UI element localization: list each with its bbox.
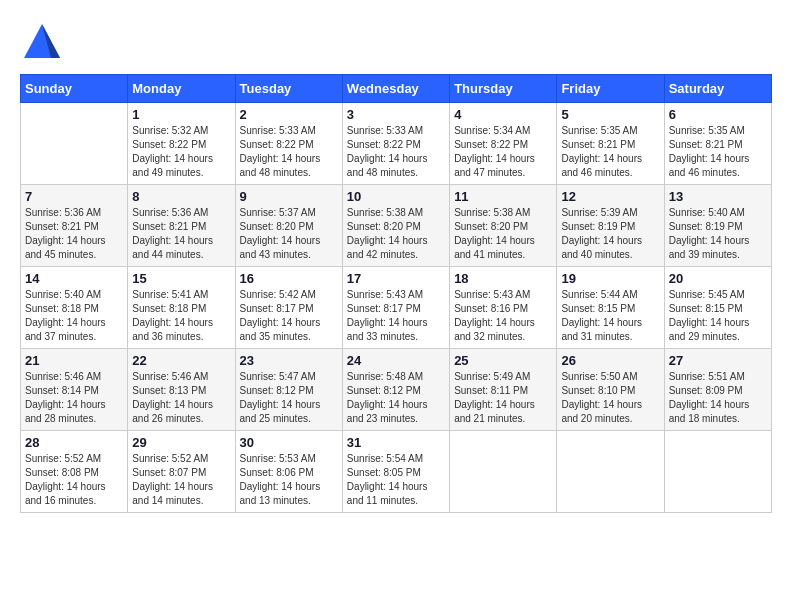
calendar-cell: 19Sunrise: 5:44 AM Sunset: 8:15 PM Dayli… bbox=[557, 267, 664, 349]
calendar-cell: 31Sunrise: 5:54 AM Sunset: 8:05 PM Dayli… bbox=[342, 431, 449, 513]
calendar-week-row: 28Sunrise: 5:52 AM Sunset: 8:08 PM Dayli… bbox=[21, 431, 772, 513]
calendar-week-row: 14Sunrise: 5:40 AM Sunset: 8:18 PM Dayli… bbox=[21, 267, 772, 349]
day-info: Sunrise: 5:42 AM Sunset: 8:17 PM Dayligh… bbox=[240, 288, 338, 344]
day-info: Sunrise: 5:40 AM Sunset: 8:18 PM Dayligh… bbox=[25, 288, 123, 344]
day-info: Sunrise: 5:36 AM Sunset: 8:21 PM Dayligh… bbox=[25, 206, 123, 262]
day-number: 19 bbox=[561, 271, 659, 286]
day-number: 6 bbox=[669, 107, 767, 122]
day-info: Sunrise: 5:54 AM Sunset: 8:05 PM Dayligh… bbox=[347, 452, 445, 508]
day-number: 13 bbox=[669, 189, 767, 204]
day-header-tuesday: Tuesday bbox=[235, 75, 342, 103]
calendar-cell: 6Sunrise: 5:35 AM Sunset: 8:21 PM Daylig… bbox=[664, 103, 771, 185]
calendar-cell: 11Sunrise: 5:38 AM Sunset: 8:20 PM Dayli… bbox=[450, 185, 557, 267]
day-number: 29 bbox=[132, 435, 230, 450]
calendar-cell: 14Sunrise: 5:40 AM Sunset: 8:18 PM Dayli… bbox=[21, 267, 128, 349]
day-info: Sunrise: 5:38 AM Sunset: 8:20 PM Dayligh… bbox=[454, 206, 552, 262]
day-info: Sunrise: 5:37 AM Sunset: 8:20 PM Dayligh… bbox=[240, 206, 338, 262]
calendar-cell: 21Sunrise: 5:46 AM Sunset: 8:14 PM Dayli… bbox=[21, 349, 128, 431]
logo-icon bbox=[20, 20, 64, 64]
day-info: Sunrise: 5:46 AM Sunset: 8:13 PM Dayligh… bbox=[132, 370, 230, 426]
day-number: 24 bbox=[347, 353, 445, 368]
calendar-cell: 30Sunrise: 5:53 AM Sunset: 8:06 PM Dayli… bbox=[235, 431, 342, 513]
day-number: 2 bbox=[240, 107, 338, 122]
day-number: 21 bbox=[25, 353, 123, 368]
logo bbox=[20, 20, 64, 64]
day-info: Sunrise: 5:39 AM Sunset: 8:19 PM Dayligh… bbox=[561, 206, 659, 262]
day-info: Sunrise: 5:53 AM Sunset: 8:06 PM Dayligh… bbox=[240, 452, 338, 508]
calendar-header-row: SundayMondayTuesdayWednesdayThursdayFrid… bbox=[21, 75, 772, 103]
calendar-week-row: 21Sunrise: 5:46 AM Sunset: 8:14 PM Dayli… bbox=[21, 349, 772, 431]
day-info: Sunrise: 5:49 AM Sunset: 8:11 PM Dayligh… bbox=[454, 370, 552, 426]
calendar-cell: 10Sunrise: 5:38 AM Sunset: 8:20 PM Dayli… bbox=[342, 185, 449, 267]
day-number: 26 bbox=[561, 353, 659, 368]
day-info: Sunrise: 5:36 AM Sunset: 8:21 PM Dayligh… bbox=[132, 206, 230, 262]
calendar-cell: 25Sunrise: 5:49 AM Sunset: 8:11 PM Dayli… bbox=[450, 349, 557, 431]
calendar-week-row: 7Sunrise: 5:36 AM Sunset: 8:21 PM Daylig… bbox=[21, 185, 772, 267]
day-info: Sunrise: 5:33 AM Sunset: 8:22 PM Dayligh… bbox=[347, 124, 445, 180]
day-number: 31 bbox=[347, 435, 445, 450]
day-info: Sunrise: 5:35 AM Sunset: 8:21 PM Dayligh… bbox=[669, 124, 767, 180]
calendar-cell: 15Sunrise: 5:41 AM Sunset: 8:18 PM Dayli… bbox=[128, 267, 235, 349]
day-info: Sunrise: 5:50 AM Sunset: 8:10 PM Dayligh… bbox=[561, 370, 659, 426]
day-number: 11 bbox=[454, 189, 552, 204]
day-info: Sunrise: 5:51 AM Sunset: 8:09 PM Dayligh… bbox=[669, 370, 767, 426]
day-info: Sunrise: 5:35 AM Sunset: 8:21 PM Dayligh… bbox=[561, 124, 659, 180]
day-header-sunday: Sunday bbox=[21, 75, 128, 103]
day-info: Sunrise: 5:32 AM Sunset: 8:22 PM Dayligh… bbox=[132, 124, 230, 180]
day-info: Sunrise: 5:33 AM Sunset: 8:22 PM Dayligh… bbox=[240, 124, 338, 180]
calendar-cell: 12Sunrise: 5:39 AM Sunset: 8:19 PM Dayli… bbox=[557, 185, 664, 267]
day-info: Sunrise: 5:47 AM Sunset: 8:12 PM Dayligh… bbox=[240, 370, 338, 426]
calendar-cell: 26Sunrise: 5:50 AM Sunset: 8:10 PM Dayli… bbox=[557, 349, 664, 431]
day-info: Sunrise: 5:41 AM Sunset: 8:18 PM Dayligh… bbox=[132, 288, 230, 344]
calendar-cell bbox=[557, 431, 664, 513]
calendar-cell: 13Sunrise: 5:40 AM Sunset: 8:19 PM Dayli… bbox=[664, 185, 771, 267]
calendar-cell bbox=[21, 103, 128, 185]
day-header-monday: Monday bbox=[128, 75, 235, 103]
day-info: Sunrise: 5:46 AM Sunset: 8:14 PM Dayligh… bbox=[25, 370, 123, 426]
day-number: 22 bbox=[132, 353, 230, 368]
day-number: 17 bbox=[347, 271, 445, 286]
day-number: 16 bbox=[240, 271, 338, 286]
calendar-table: SundayMondayTuesdayWednesdayThursdayFrid… bbox=[20, 74, 772, 513]
day-header-wednesday: Wednesday bbox=[342, 75, 449, 103]
day-info: Sunrise: 5:43 AM Sunset: 8:16 PM Dayligh… bbox=[454, 288, 552, 344]
day-info: Sunrise: 5:48 AM Sunset: 8:12 PM Dayligh… bbox=[347, 370, 445, 426]
day-number: 5 bbox=[561, 107, 659, 122]
day-number: 12 bbox=[561, 189, 659, 204]
calendar-cell: 9Sunrise: 5:37 AM Sunset: 8:20 PM Daylig… bbox=[235, 185, 342, 267]
day-number: 20 bbox=[669, 271, 767, 286]
day-info: Sunrise: 5:43 AM Sunset: 8:17 PM Dayligh… bbox=[347, 288, 445, 344]
day-header-saturday: Saturday bbox=[664, 75, 771, 103]
calendar-cell: 20Sunrise: 5:45 AM Sunset: 8:15 PM Dayli… bbox=[664, 267, 771, 349]
day-number: 14 bbox=[25, 271, 123, 286]
day-number: 28 bbox=[25, 435, 123, 450]
day-number: 18 bbox=[454, 271, 552, 286]
calendar-cell: 29Sunrise: 5:52 AM Sunset: 8:07 PM Dayli… bbox=[128, 431, 235, 513]
calendar-cell bbox=[664, 431, 771, 513]
day-number: 15 bbox=[132, 271, 230, 286]
day-number: 27 bbox=[669, 353, 767, 368]
day-header-thursday: Thursday bbox=[450, 75, 557, 103]
calendar-cell bbox=[450, 431, 557, 513]
day-info: Sunrise: 5:38 AM Sunset: 8:20 PM Dayligh… bbox=[347, 206, 445, 262]
day-number: 30 bbox=[240, 435, 338, 450]
calendar-cell: 28Sunrise: 5:52 AM Sunset: 8:08 PM Dayli… bbox=[21, 431, 128, 513]
calendar-cell: 23Sunrise: 5:47 AM Sunset: 8:12 PM Dayli… bbox=[235, 349, 342, 431]
day-info: Sunrise: 5:52 AM Sunset: 8:07 PM Dayligh… bbox=[132, 452, 230, 508]
calendar-cell: 7Sunrise: 5:36 AM Sunset: 8:21 PM Daylig… bbox=[21, 185, 128, 267]
calendar-cell: 17Sunrise: 5:43 AM Sunset: 8:17 PM Dayli… bbox=[342, 267, 449, 349]
day-number: 23 bbox=[240, 353, 338, 368]
calendar-cell: 3Sunrise: 5:33 AM Sunset: 8:22 PM Daylig… bbox=[342, 103, 449, 185]
calendar-cell: 16Sunrise: 5:42 AM Sunset: 8:17 PM Dayli… bbox=[235, 267, 342, 349]
calendar-cell: 5Sunrise: 5:35 AM Sunset: 8:21 PM Daylig… bbox=[557, 103, 664, 185]
calendar-cell: 2Sunrise: 5:33 AM Sunset: 8:22 PM Daylig… bbox=[235, 103, 342, 185]
calendar-cell: 22Sunrise: 5:46 AM Sunset: 8:13 PM Dayli… bbox=[128, 349, 235, 431]
day-info: Sunrise: 5:44 AM Sunset: 8:15 PM Dayligh… bbox=[561, 288, 659, 344]
day-number: 8 bbox=[132, 189, 230, 204]
day-number: 1 bbox=[132, 107, 230, 122]
calendar-cell: 8Sunrise: 5:36 AM Sunset: 8:21 PM Daylig… bbox=[128, 185, 235, 267]
day-info: Sunrise: 5:45 AM Sunset: 8:15 PM Dayligh… bbox=[669, 288, 767, 344]
calendar-cell: 1Sunrise: 5:32 AM Sunset: 8:22 PM Daylig… bbox=[128, 103, 235, 185]
day-number: 9 bbox=[240, 189, 338, 204]
day-info: Sunrise: 5:34 AM Sunset: 8:22 PM Dayligh… bbox=[454, 124, 552, 180]
